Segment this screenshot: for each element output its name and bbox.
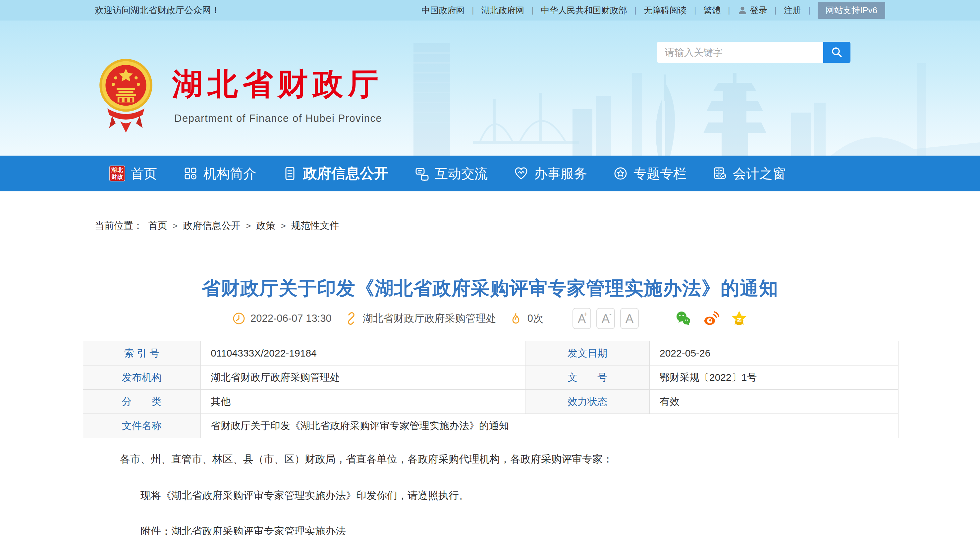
link-hubei-gov[interactable]: 湖北政府网	[481, 5, 525, 16]
hubei-finance-seal-icon: 湖北 财政	[109, 165, 125, 181]
login-label: 登录	[750, 5, 767, 16]
flame-icon	[509, 311, 523, 325]
search-input[interactable]	[657, 42, 823, 63]
nav-label: 互动交流	[435, 165, 488, 183]
font-size-controls: A + A - A	[573, 308, 639, 329]
view-count: 0次	[509, 311, 543, 325]
article-meta-row: 2022-06-07 13:30 湖北省财政厅政府采购管理处 0次 A	[0, 308, 980, 329]
article-title: 省财政厅关于印发《湖北省政府采购评审专家管理实施办法》的通知	[0, 276, 980, 301]
label-validity-status: 效力状态	[525, 390, 650, 413]
article-source: 湖北省财政厅政府采购管理处	[344, 311, 496, 325]
document-info-table: 索 引 号 01104333X/2022-19184 发文日期 2022-05-…	[83, 341, 899, 438]
link-icon	[344, 311, 358, 325]
separator: |	[808, 6, 810, 15]
breadcrumb-separator: >	[281, 221, 286, 231]
nav-item-home[interactable]: 湖北 财政 首页	[109, 165, 157, 183]
font-btn-sup: +	[584, 311, 588, 318]
nav-item-gov-info-disclosure[interactable]: 政府信息公开	[282, 164, 388, 183]
separator: |	[728, 6, 730, 15]
topbar-links: 中国政府网 | 湖北政府网 | 中华人民共和国财政部 | 无障碍阅读 | 繁體 …	[422, 2, 885, 19]
font-reset-button[interactable]: A	[620, 308, 639, 329]
nav-label: 专题专栏	[633, 165, 686, 183]
label-category: 分 类	[83, 390, 201, 413]
site-subtitle-english: Department of Finance of Hubei Province	[174, 113, 382, 124]
table-row: 分 类 其他 效力状态 有效	[83, 390, 898, 414]
search-button[interactable]	[823, 42, 850, 63]
breadcrumb-gov-info[interactable]: 政府信息公开	[183, 219, 240, 232]
breadcrumb-policy[interactable]: 政策	[256, 219, 275, 232]
views-text: 0次	[527, 311, 543, 325]
value-issuing-agency: 湖北省财政厅政府采购管理处	[201, 365, 525, 389]
paragraph-attachment: 附件：湖北省政府采购评审专家管理实施办法	[83, 524, 899, 535]
login-link[interactable]: 登录	[738, 5, 767, 16]
seal-text-top: 湖北	[111, 167, 123, 173]
calculator-icon	[712, 166, 727, 181]
nav-label: 政府信息公开	[303, 164, 388, 183]
breadcrumb-home[interactable]: 首页	[148, 219, 167, 232]
nav-label: 首页	[130, 165, 157, 183]
site-title: 湖北省财政厅	[172, 64, 383, 105]
breadcrumb-separator: >	[173, 221, 178, 231]
national-emblem-logo	[98, 54, 154, 137]
value-document-title: 省财政厅关于印发《湖北省政府采购评审专家管理实施办法》的通知	[201, 414, 898, 438]
link-mof[interactable]: 中华人民共和国财政部	[541, 5, 627, 16]
value-issue-date: 2022-05-26	[650, 341, 898, 365]
document-icon	[282, 166, 298, 181]
value-validity-status: 有效	[650, 390, 898, 413]
user-icon	[738, 5, 748, 15]
wechat-share-icon[interactable]	[675, 310, 692, 327]
search-icon	[830, 46, 843, 59]
page: 欢迎访问湖北省财政厅公众网！ 中国政府网 | 湖北政府网 | 中华人民共和国财政…	[0, 0, 980, 535]
register-link[interactable]: 注册	[784, 5, 801, 16]
nav-label: 会计之窗	[733, 165, 786, 183]
publish-datetime: 2022-06-07 13:30	[232, 311, 332, 325]
seal-text-bottom: 财政	[111, 173, 123, 181]
separator: |	[532, 6, 534, 15]
nav-item-interaction[interactable]: 互动交流	[414, 165, 488, 183]
link-china-gov[interactable]: 中国政府网	[422, 5, 465, 16]
breadcrumb-normative-docs[interactable]: 规范性文件	[291, 219, 339, 232]
source-text: 湖北省财政厅政府采购管理处	[363, 311, 496, 325]
clock-icon	[232, 311, 246, 325]
separator: |	[635, 6, 636, 15]
nav-label: 机构简介	[204, 165, 256, 183]
breadcrumb-separator: >	[246, 221, 251, 231]
nav-item-accounting-window[interactable]: 会计之窗	[712, 165, 786, 183]
nav-item-special-topics[interactable]: 专题专栏	[613, 165, 686, 183]
main-content: 当前位置： 首页 > 政府信息公开 > 政策 > 规范性文件 省财政厅关于印发《…	[0, 191, 980, 535]
chat-bubbles-icon	[414, 166, 430, 181]
article-body: 各市、州、直管市、林区、县（市、区）财政局，省直各单位，各政府采购代理机构，各政…	[83, 452, 899, 535]
label-document-title: 文件名称	[83, 414, 201, 438]
value-document-number: 鄂财采规〔2022〕1号	[650, 365, 898, 389]
separator: |	[694, 6, 696, 15]
font-increase-button[interactable]: A +	[573, 308, 591, 329]
value-category: 其他	[201, 390, 525, 413]
share-buttons	[675, 310, 748, 327]
font-btn-base: A	[601, 312, 609, 326]
label-issue-date: 发文日期	[525, 341, 650, 365]
weibo-share-icon[interactable]	[702, 310, 720, 327]
top-utility-bar: 欢迎访问湖北省财政厅公众网！ 中国政府网 | 湖北政府网 | 中华人民共和国财政…	[0, 0, 980, 21]
paragraph-directive: 现将《湖北省政府采购评审专家管理实施办法》印发你们，请遵照执行。	[83, 489, 899, 503]
label-issuing-agency: 发布机构	[83, 365, 201, 389]
nav-item-org-intro[interactable]: 机构简介	[183, 165, 256, 183]
qzone-share-icon[interactable]	[730, 310, 748, 327]
separator: |	[472, 6, 474, 15]
star-circle-icon	[613, 166, 628, 181]
font-decrease-button[interactable]: A -	[597, 308, 615, 329]
ipv6-support-badge[interactable]: 网站支持IPv6	[818, 2, 885, 19]
nav-label: 办事服务	[534, 165, 587, 183]
link-traditional-chinese[interactable]: 繁體	[703, 5, 721, 16]
nav-item-services[interactable]: 办事服务	[514, 165, 587, 183]
font-btn-sup: -	[609, 311, 612, 318]
main-navigation: 湖北 财政 首页 机构简介 政府信息公开	[0, 156, 980, 191]
link-accessibility[interactable]: 无障碍阅读	[644, 5, 687, 16]
table-row: 文件名称 省财政厅关于印发《湖北省政府采购评审专家管理实施办法》的通知	[83, 414, 898, 438]
value-index-number: 01104333X/2022-19184	[201, 341, 525, 365]
breadcrumb-label: 当前位置：	[95, 219, 143, 232]
paragraph-addressees: 各市、州、直管市、林区、县（市、区）财政局，省直各单位，各政府采购代理机构，各政…	[83, 452, 899, 466]
label-index-number: 索 引 号	[83, 341, 201, 365]
table-row: 发布机构 湖北省财政厅政府采购管理处 文 号 鄂财采规〔2022〕1号	[83, 365, 898, 390]
font-btn-base: A	[625, 312, 633, 326]
datetime-text: 2022-06-07 13:30	[250, 313, 332, 324]
